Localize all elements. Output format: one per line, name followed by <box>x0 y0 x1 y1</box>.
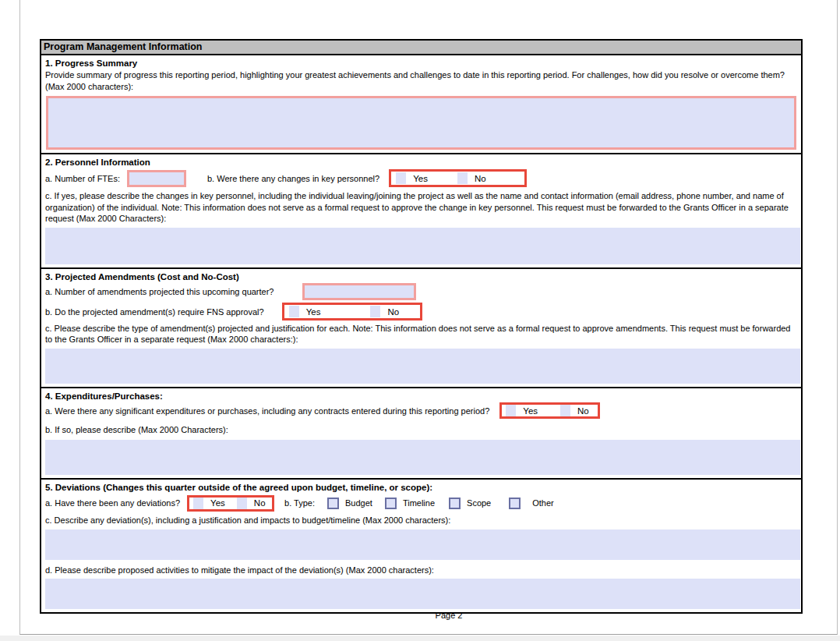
section3-title: 3. Projected Amendments (Cost and No-Cos… <box>44 271 798 282</box>
fns-approval-question: b. Do the projected amendment(s) require… <box>45 307 264 317</box>
deviations-yesno-field[interactable]: Yes No <box>187 495 274 512</box>
type-timeline-label: Timeline <box>403 498 435 508</box>
no-label: No <box>254 498 266 508</box>
no-checkbox[interactable] <box>560 405 570 416</box>
deviation-type-option: Other <box>509 498 554 509</box>
yes-checkbox[interactable] <box>289 306 299 317</box>
no-label: No <box>387 307 399 317</box>
type-other-checkbox[interactable] <box>509 498 521 509</box>
section-projected-amendments: 3. Projected Amendments (Cost and No-Cos… <box>41 269 801 388</box>
progress-summary-textarea[interactable] <box>46 96 796 150</box>
viewer-bottom-edge <box>0 636 840 641</box>
deviations-mitigate-label: d. Please describe proposed activities t… <box>44 565 797 576</box>
expenditures-describe-label: b. If so, please describe (Max 2000 Char… <box>44 424 797 436</box>
section-progress-summary: 1. Progress Summary Provide summary of p… <box>41 55 801 154</box>
section5-title: 5. Deviations (Changes this quarter outs… <box>44 482 798 492</box>
type-other-label: Other <box>532 498 554 508</box>
type-scope-label: Scope <box>467 498 491 508</box>
form-header-title: Program Management Information <box>44 41 203 52</box>
section4-title: 4. Expenditures/Purchases: <box>44 391 798 401</box>
form-section-header: Program Management Information <box>40 39 803 55</box>
yes-checkbox[interactable] <box>396 172 406 184</box>
no-checkbox[interactable] <box>237 498 247 509</box>
type-budget-checkbox[interactable] <box>327 498 339 509</box>
yes-checkbox[interactable] <box>506 405 516 416</box>
personnel-change-question: b. Were there any changes in key personn… <box>207 174 379 183</box>
section-personnel-information: 2. Personnel Information a. Number of FT… <box>41 154 801 269</box>
ftes-label: a. Number of FTEs: <box>45 174 120 183</box>
deviation-type-label: b. Type: <box>284 498 315 508</box>
deviation-type-option: Timeline <box>385 498 435 509</box>
yes-label: Yes <box>523 406 538 416</box>
deviation-type-option: Budget <box>327 498 372 509</box>
personnel-change-yesno-field[interactable]: Yes No <box>389 169 527 187</box>
personnel-change-textarea[interactable] <box>45 228 800 264</box>
no-checkbox[interactable] <box>370 306 380 317</box>
yes-checkbox[interactable] <box>193 498 203 509</box>
yes-label: Yes <box>413 174 428 183</box>
page-number: Page 2 <box>40 611 840 620</box>
deviation-type-option: Scope <box>449 498 491 509</box>
expenditures-textarea[interactable] <box>45 440 800 475</box>
no-label: No <box>577 406 589 416</box>
section1-description: Provide summary of progress this reporti… <box>44 69 797 92</box>
fns-approval-yesno-field[interactable]: Yes No <box>282 303 422 320</box>
form-body: 1. Progress Summary Provide summary of p… <box>40 55 803 614</box>
no-checkbox[interactable] <box>457 172 468 184</box>
no-label: No <box>475 174 486 183</box>
pdf-page-viewport: Program Management Information 1. Progre… <box>0 0 840 641</box>
ftes-input[interactable] <box>127 170 186 187</box>
document-page: Program Management Information 1. Progre… <box>19 0 838 635</box>
type-budget-label: Budget <box>345 498 372 508</box>
amendments-count-question: a. Number of amendments projected this u… <box>45 287 274 296</box>
amendments-count-input[interactable] <box>302 283 416 300</box>
amendments-textarea[interactable] <box>45 349 800 384</box>
type-timeline-checkbox[interactable] <box>385 498 397 509</box>
section-expenditures-purchases: 4. Expenditures/Purchases: a. Were there… <box>41 388 801 480</box>
deviations-mitigate-textarea[interactable] <box>45 579 800 609</box>
expenditures-question: a. Were there any significant expenditur… <box>45 406 489 416</box>
section2-title: 2. Personnel Information <box>44 157 798 167</box>
expenditures-yesno-field[interactable]: Yes No <box>499 402 600 419</box>
section-deviations: 5. Deviations (Changes this quarter outs… <box>41 480 801 612</box>
section1-title: 1. Progress Summary <box>44 58 798 68</box>
personnel-change-description: c. If yes, please describe the changes i… <box>44 190 797 225</box>
amendments-description: c. Please describe the type of amendment… <box>44 323 797 345</box>
deviations-describe-textarea[interactable] <box>45 529 800 560</box>
deviations-describe-label: c. Describe any deviation(s), including … <box>44 515 797 526</box>
type-scope-checkbox[interactable] <box>449 498 461 509</box>
yes-label: Yes <box>306 307 321 317</box>
deviations-question: a. Have there been any deviations? <box>45 498 180 508</box>
yes-label: Yes <box>210 498 225 508</box>
